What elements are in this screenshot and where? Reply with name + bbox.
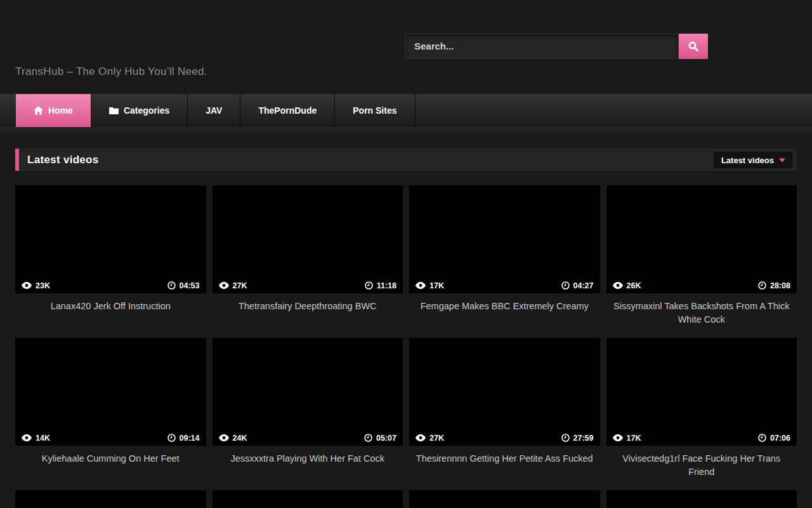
nav-item-categories[interactable]: Categories (91, 94, 188, 127)
view-count: 23K (36, 281, 50, 290)
video-thumbnail[interactable]: 23K 04:53 (15, 185, 206, 293)
video-title[interactable]: Femgape Makes BBC Extremely Creamy (409, 293, 600, 338)
nav-item-home[interactable]: Home (16, 94, 91, 127)
video-thumbnail[interactable] (15, 490, 206, 508)
site-tagline: TransHub – The Only Hub You’ll Need. (15, 65, 207, 78)
duration-icon (364, 434, 372, 442)
video-card[interactable]: 14K 09:14 Kyliehaale Cumming On Her Feet (15, 338, 206, 490)
video-duration: 09:14 (180, 434, 200, 443)
video-title[interactable]: Lanax420 Jerk Off Instruction (15, 293, 206, 338)
video-meta: 26K 28:08 (606, 277, 797, 293)
duration-icon (167, 434, 176, 442)
view-count: 14K (36, 434, 50, 443)
nav-item-label: JAV (206, 105, 222, 116)
view-count: 27K (233, 281, 247, 290)
video-duration: 27:59 (573, 434, 594, 443)
video-card[interactable] (15, 490, 206, 508)
sort-dropdown-label: Latest videos (721, 155, 774, 164)
video-card[interactable] (606, 490, 797, 508)
duration-icon (561, 281, 570, 290)
video-thumbnail[interactable] (409, 490, 600, 508)
video-meta: 27K 11:18 (213, 277, 403, 293)
views-icon (22, 282, 32, 289)
video-duration: 07:06 (770, 434, 790, 443)
video-title[interactable]: Thesirennnn Getting Her Petite Ass Fucke… (409, 446, 600, 490)
video-thumbnail[interactable]: 27K 11:18 (213, 185, 403, 293)
video-thumbnail[interactable]: 26K 28:08 (606, 185, 797, 293)
caret-down-icon (779, 158, 785, 162)
view-count: 27K (429, 434, 444, 443)
views-icon (416, 434, 426, 441)
home-icon (34, 106, 43, 115)
video-meta: 27K 27:59 (409, 430, 600, 446)
video-thumbnail[interactable]: 17K 04:27 (409, 185, 600, 293)
video-card[interactable]: 24K 05:07 Jessxxxtra Playing With Her Fa… (213, 338, 403, 490)
video-duration: 05:07 (376, 434, 396, 443)
views-icon (22, 434, 32, 441)
video-duration: 04:27 (573, 281, 594, 290)
video-title[interactable]: Vivisectedg1rl Face Fucking Her Trans Fr… (606, 446, 797, 490)
search-button[interactable] (679, 34, 708, 59)
duration-icon (365, 281, 373, 290)
section-title: Latest videos (27, 154, 99, 166)
video-meta: 17K 04:27 (409, 277, 600, 293)
nav-item-jav[interactable]: JAV (188, 94, 240, 127)
view-count: 24K (233, 434, 247, 443)
video-thumbnail[interactable]: 14K 09:14 (15, 338, 206, 446)
view-count: 17K (627, 434, 641, 443)
page-header: TransHub – The Only Hub You’ll Need. (0, 0, 812, 94)
nav-item-porn-sites[interactable]: Porn Sites (335, 94, 415, 127)
duration-icon (758, 281, 766, 290)
video-title[interactable]: Kyliehaale Cumming On Her Feet (15, 446, 206, 490)
video-card[interactable]: 17K 04:27 Femgape Makes BBC Extremely Cr… (409, 185, 600, 338)
video-card[interactable] (409, 490, 600, 508)
nav-item-label: Home (48, 105, 73, 116)
main-navigation: Home Categories JAV ThePornDude Porn Sit… (0, 94, 812, 127)
video-card[interactable]: 26K 28:08 Sissymaxinl Takes Backshots Fr… (606, 185, 797, 338)
video-title[interactable]: Jessxxxtra Playing With Her Fat Cock (213, 446, 403, 490)
video-thumbnail[interactable]: 27K 27:59 (409, 338, 600, 446)
video-thumbnail[interactable] (606, 490, 797, 508)
video-meta: 17K 07:06 (606, 430, 797, 446)
search-input[interactable] (405, 34, 679, 58)
views-icon (613, 282, 623, 289)
views-icon (219, 434, 229, 441)
video-card[interactable]: 17K 07:06 Vivisectedg1rl Face Fucking He… (606, 338, 797, 490)
video-card[interactable]: 23K 04:53 Lanax420 Jerk Off Instruction (15, 185, 206, 338)
views-icon (219, 282, 229, 289)
search-bar (405, 34, 708, 59)
nav-item-label: Porn Sites (353, 105, 396, 116)
views-icon (613, 434, 623, 441)
nav-item-theporndude[interactable]: ThePornDude (240, 94, 335, 127)
video-meta: 14K 09:14 (15, 430, 206, 446)
folder-icon (109, 107, 119, 115)
nav-item-label: Categories (124, 105, 169, 116)
nav-item-label: ThePornDude (258, 105, 317, 116)
video-card[interactable] (213, 490, 403, 508)
video-duration: 04:53 (180, 281, 200, 290)
nav-shadow (0, 127, 812, 136)
video-title[interactable]: Thetransfairy Deepthroating BWC (213, 293, 403, 338)
magnifier-icon (688, 41, 699, 52)
video-thumbnail[interactable]: 17K 07:06 (606, 338, 797, 446)
views-icon (416, 282, 426, 289)
view-count: 17K (429, 281, 444, 290)
video-card[interactable]: 27K 27:59 Thesirennnn Getting Her Petite… (409, 338, 600, 490)
video-card[interactable]: 27K 11:18 Thetransfairy Deepthroating BW… (213, 185, 403, 338)
duration-icon (561, 434, 570, 442)
video-duration: 11:18 (377, 281, 396, 290)
video-thumbnail[interactable] (213, 490, 403, 508)
video-duration: 28:08 (770, 281, 790, 290)
video-thumbnail[interactable]: 24K 05:07 (213, 338, 403, 446)
view-count: 26K (627, 281, 641, 290)
section-header: Latest videos Latest videos (15, 149, 797, 171)
sort-dropdown[interactable]: Latest videos (713, 150, 794, 169)
duration-icon (167, 281, 176, 290)
duration-icon (758, 434, 766, 442)
video-meta: 24K 05:07 (213, 430, 403, 446)
video-title[interactable]: Sissymaxinl Takes Backshots From A Thick… (606, 293, 797, 338)
video-grid: 23K 04:53 Lanax420 Jerk Off Instruction … (15, 185, 797, 508)
video-meta: 23K 04:53 (15, 277, 206, 293)
